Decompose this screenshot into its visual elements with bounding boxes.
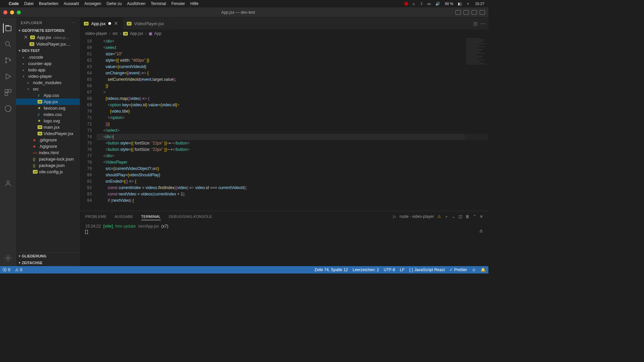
file-item[interactable]: {}package.json bbox=[16, 162, 80, 169]
close-panel-icon[interactable]: ✕ bbox=[480, 214, 483, 219]
warning-icon[interactable]: ⚠ bbox=[479, 229, 483, 233]
display-icon[interactable]: ▭ bbox=[427, 2, 431, 6]
folder-item[interactable]: ▸node_modules bbox=[16, 79, 80, 86]
maximize-panel-icon[interactable]: ⌃ bbox=[473, 214, 476, 219]
macos-menu-terminal[interactable]: Terminal bbox=[151, 1, 166, 6]
status-warnings[interactable]: ⚠ 0 bbox=[15, 267, 22, 272]
toggle-sidebar-icon[interactable] bbox=[455, 10, 461, 15]
activity-explorer[interactable] bbox=[3, 23, 12, 33]
volume-icon[interactable]: 🔊 bbox=[435, 2, 440, 6]
more-actions-icon[interactable]: ⋯ bbox=[481, 21, 485, 26]
status-indentation[interactable]: Leerzeichen: 2 bbox=[353, 267, 379, 272]
breadcrumb-segment[interactable]: App.jsx bbox=[130, 31, 143, 36]
status-encoding[interactable]: UTF-8 bbox=[384, 267, 395, 272]
activity-settings[interactable] bbox=[3, 253, 13, 263]
file-item[interactable]: JSvite.config.js bbox=[16, 169, 80, 175]
file-item[interactable]: JSVideoPlayer.jsx bbox=[16, 130, 80, 137]
activity-run-debug[interactable] bbox=[3, 72, 13, 81]
status-errors[interactable]: ⓧ 0 bbox=[3, 267, 10, 273]
open-editor-item[interactable]: JS VideoPlayer.jsx… bbox=[16, 41, 80, 47]
status-eol[interactable]: LF bbox=[400, 267, 405, 272]
explorer-more-icon[interactable]: ⋯ bbox=[71, 21, 75, 25]
window-maximize-button[interactable] bbox=[17, 10, 21, 14]
folder-item[interactable]: ▾src bbox=[16, 86, 80, 92]
terminal-launch-icon[interactable]: ▷ bbox=[393, 214, 396, 219]
file-item[interactable]: #index.css bbox=[16, 111, 80, 118]
open-editors-header[interactable]: GEÖFFNETE EDITOREN bbox=[16, 27, 80, 34]
panel-tab-ausgabe[interactable]: AUSGABE bbox=[115, 213, 133, 220]
macos-menu-ausfuehren[interactable]: Ausführen bbox=[127, 1, 146, 6]
file-item[interactable]: JSmain.jsx bbox=[16, 124, 80, 130]
window-minimize-button[interactable] bbox=[10, 10, 14, 14]
panel-tab-probleme[interactable]: PROBLEME bbox=[85, 213, 107, 220]
folder-item[interactable]: ▸todo-app bbox=[16, 67, 80, 73]
file-item[interactable]: ★favicon.svg bbox=[16, 105, 80, 111]
timeline-header[interactable]: ZEITACHSE bbox=[16, 259, 80, 266]
macos-menu-hilfe[interactable]: Hilfe bbox=[191, 1, 199, 6]
file-item[interactable]: #App.css bbox=[16, 92, 80, 99]
macos-menu-anzeigen[interactable]: Anzeigen bbox=[84, 1, 101, 6]
activity-source-control[interactable] bbox=[3, 56, 13, 65]
breadcrumb[interactable]: video-player› src› JS App.jsx› ▣ App bbox=[80, 29, 488, 38]
panel-tab-terminal[interactable]: TERMINAL bbox=[141, 213, 161, 220]
tab-app-jsx[interactable]: JS App.jsx bbox=[80, 17, 123, 29]
activity-extensions[interactable] bbox=[3, 88, 13, 97]
toggle-secondary-sidebar-icon[interactable] bbox=[472, 10, 477, 15]
tray-icon[interactable]: ⌂ bbox=[413, 2, 415, 6]
svg-rect-4 bbox=[5, 89, 8, 92]
split-terminal-icon[interactable]: ◫ bbox=[459, 214, 462, 219]
svg-point-2 bbox=[5, 62, 7, 63]
terminal-shell-label[interactable]: node - video-player bbox=[399, 214, 434, 219]
folder-item[interactable]: ▸counter-app bbox=[16, 60, 80, 67]
macos-menu-auswahl[interactable]: Auswahl bbox=[64, 1, 79, 6]
activity-live-share[interactable] bbox=[3, 104, 13, 113]
code-editor[interactable]: 5960616263646566676869707172737475767778… bbox=[80, 38, 488, 211]
activity-search[interactable] bbox=[3, 40, 13, 49]
battery-percent: 80 % bbox=[445, 2, 453, 6]
close-icon[interactable] bbox=[23, 35, 28, 40]
macos-menu-datei[interactable]: Datei bbox=[24, 1, 34, 6]
open-editor-item[interactable]: JS App.jsx video-p… bbox=[16, 34, 80, 41]
file-item[interactable]: <>index.html bbox=[16, 149, 80, 156]
breadcrumb-segment[interactable]: src bbox=[112, 31, 118, 36]
status-language-mode[interactable]: { } JavaScript React bbox=[409, 267, 445, 272]
do-not-disturb-icon[interactable]: ☽ bbox=[419, 2, 423, 6]
macos-menu-fenster[interactable]: Fenster bbox=[171, 1, 185, 6]
kill-terminal-icon[interactable]: 🗑 bbox=[466, 214, 470, 219]
file-item[interactable]: ◈.hgignore bbox=[16, 143, 80, 149]
outline-header[interactable]: GLIEDERUNG bbox=[16, 252, 80, 259]
folder-item[interactable]: ▾video-player bbox=[16, 73, 80, 79]
terminal-dropdown-icon[interactable]: ⌄ bbox=[452, 214, 455, 219]
status-notifications-icon[interactable]: 🔔 bbox=[481, 267, 486, 272]
status-feedback-icon[interactable]: ☺ bbox=[472, 267, 476, 272]
file-item[interactable]: {}package-lock.json bbox=[16, 156, 80, 162]
wifi-icon[interactable]: ᯤ bbox=[467, 2, 470, 6]
breadcrumb-segment[interactable]: App bbox=[154, 31, 161, 36]
clock[interactable]: 15:27 bbox=[475, 2, 484, 6]
file-item[interactable]: JSApp.jsx bbox=[16, 99, 80, 105]
toggle-panel-icon[interactable] bbox=[464, 10, 469, 15]
macos-app-name[interactable]: Code bbox=[9, 1, 19, 6]
workspace-header[interactable]: DEV-TEST bbox=[16, 47, 80, 54]
file-item[interactable]: ★logo.svg bbox=[16, 118, 80, 124]
window-close-button[interactable] bbox=[3, 10, 7, 14]
status-cursor-position[interactable]: Zeile 74, Spalte 12 bbox=[314, 267, 348, 272]
status-prettier[interactable]: Prettier bbox=[449, 267, 467, 272]
activity-accounts[interactable] bbox=[3, 179, 13, 188]
minimap[interactable] bbox=[465, 38, 488, 211]
layout-controls bbox=[455, 10, 485, 15]
new-terminal-icon[interactable]: ＋ bbox=[444, 214, 448, 220]
panel-tab-debug-console[interactable]: DEBUGGING-KONSOLE bbox=[169, 213, 212, 220]
macos-menu-gehezu[interactable]: Gehe zu bbox=[106, 1, 121, 6]
folder-item[interactable]: ▸.vscode bbox=[16, 54, 80, 60]
split-editor-icon[interactable]: ◫ bbox=[473, 21, 477, 26]
tab-videoplayer-jsx[interactable]: JS VideoPlayer.jsx bbox=[123, 17, 168, 29]
customize-layout-icon[interactable] bbox=[480, 10, 485, 15]
terminal-body[interactable]: 15:24:22 [vite] hmr update /src/App.jsx … bbox=[80, 222, 488, 266]
macos-menu-bearbeiten[interactable]: Bearbeiten bbox=[39, 1, 58, 6]
file-item[interactable]: ◈.gitignore bbox=[16, 137, 80, 143]
close-icon[interactable] bbox=[114, 21, 118, 26]
warning-icon[interactable]: ⚠ bbox=[437, 214, 441, 219]
code-content[interactable]: </div> <select size="10" style={{ width:… bbox=[97, 38, 488, 211]
breadcrumb-segment[interactable]: video-player bbox=[85, 31, 107, 36]
